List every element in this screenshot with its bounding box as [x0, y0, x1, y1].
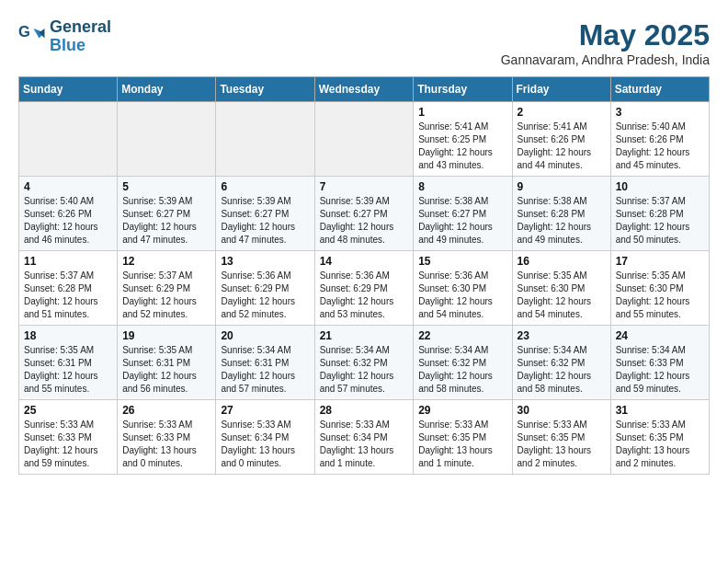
day-number: 10 [616, 180, 704, 193]
day-number: 30 [518, 404, 606, 417]
day-info: Sunrise: 5:37 AMSunset: 6:29 PMDaylight:… [122, 270, 210, 321]
day-cell: 22Sunrise: 5:34 AMSunset: 6:32 PMDayligh… [414, 326, 512, 400]
month-year: May 2025 [501, 18, 710, 52]
day-number: 9 [518, 180, 606, 193]
day-cell: 1Sunrise: 5:41 AMSunset: 6:25 PMDaylight… [414, 102, 512, 177]
day-info: Sunrise: 5:41 AMSunset: 6:26 PMDaylight:… [518, 121, 606, 172]
day-info: Sunrise: 5:40 AMSunset: 6:26 PMDaylight:… [24, 195, 112, 247]
calendar-body: 1Sunrise: 5:41 AMSunset: 6:25 PMDaylight… [19, 102, 710, 475]
day-number: 2 [518, 106, 606, 119]
day-number: 13 [221, 255, 309, 268]
day-info: Sunrise: 5:39 AMSunset: 6:27 PMDaylight:… [221, 195, 309, 247]
day-info: Sunrise: 5:34 AMSunset: 6:32 PMDaylight:… [518, 344, 606, 396]
day-number: 16 [518, 255, 606, 268]
day-cell: 24Sunrise: 5:34 AMSunset: 6:33 PMDayligh… [610, 326, 709, 400]
day-number: 27 [221, 404, 309, 417]
day-info: Sunrise: 5:33 AMSunset: 6:35 PMDaylight:… [616, 419, 704, 470]
header-day-sunday: Sunday [19, 77, 118, 102]
day-cell: 12Sunrise: 5:37 AMSunset: 6:29 PMDayligh… [118, 251, 216, 326]
day-cell: 5Sunrise: 5:39 AMSunset: 6:27 PMDaylight… [118, 177, 216, 251]
day-cell: 3Sunrise: 5:40 AMSunset: 6:26 PMDaylight… [610, 102, 709, 177]
day-cell: 23Sunrise: 5:34 AMSunset: 6:32 PMDayligh… [512, 326, 610, 400]
day-cell: 17Sunrise: 5:35 AMSunset: 6:30 PMDayligh… [610, 251, 709, 326]
day-info: Sunrise: 5:34 AMSunset: 6:32 PMDaylight:… [418, 344, 506, 396]
logo-icon: G [18, 23, 46, 51]
day-number: 28 [320, 404, 409, 417]
day-cell: 25Sunrise: 5:33 AMSunset: 6:33 PMDayligh… [19, 400, 118, 475]
day-cell: 7Sunrise: 5:39 AMSunset: 6:27 PMDaylight… [314, 177, 414, 251]
day-cell [19, 102, 118, 177]
day-info: Sunrise: 5:35 AMSunset: 6:31 PMDaylight:… [122, 344, 210, 396]
day-cell: 15Sunrise: 5:36 AMSunset: 6:30 PMDayligh… [414, 251, 512, 326]
day-cell: 21Sunrise: 5:34 AMSunset: 6:32 PMDayligh… [314, 326, 414, 400]
day-number: 26 [122, 404, 210, 417]
logo-line1: General [50, 18, 111, 37]
day-info: Sunrise: 5:35 AMSunset: 6:30 PMDaylight:… [616, 270, 704, 321]
day-info: Sunrise: 5:36 AMSunset: 6:29 PMDaylight:… [221, 270, 309, 321]
day-number: 31 [616, 404, 704, 417]
day-cell: 16Sunrise: 5:35 AMSunset: 6:30 PMDayligh… [512, 251, 610, 326]
day-cell: 30Sunrise: 5:33 AMSunset: 6:35 PMDayligh… [512, 400, 610, 475]
day-info: Sunrise: 5:37 AMSunset: 6:28 PMDaylight:… [616, 195, 704, 247]
day-info: Sunrise: 5:36 AMSunset: 6:29 PMDaylight:… [320, 270, 409, 321]
day-number: 1 [418, 106, 506, 119]
header-day-thursday: Thursday [414, 77, 512, 102]
day-number: 22 [418, 329, 506, 342]
header-day-friday: Friday [512, 77, 610, 102]
day-number: 11 [24, 255, 112, 268]
day-cell: 28Sunrise: 5:33 AMSunset: 6:34 PMDayligh… [314, 400, 414, 475]
day-cell: 8Sunrise: 5:38 AMSunset: 6:27 PMDaylight… [414, 177, 512, 251]
day-number: 4 [24, 180, 112, 193]
day-cell: 6Sunrise: 5:39 AMSunset: 6:27 PMDaylight… [216, 177, 314, 251]
day-info: Sunrise: 5:34 AMSunset: 6:33 PMDaylight:… [616, 344, 704, 396]
day-cell: 20Sunrise: 5:34 AMSunset: 6:31 PMDayligh… [216, 326, 314, 400]
day-info: Sunrise: 5:34 AMSunset: 6:31 PMDaylight:… [221, 344, 309, 396]
day-cell: 2Sunrise: 5:41 AMSunset: 6:26 PMDaylight… [512, 102, 610, 177]
day-cell: 26Sunrise: 5:33 AMSunset: 6:33 PMDayligh… [118, 400, 216, 475]
day-number: 29 [418, 404, 506, 417]
day-info: Sunrise: 5:39 AMSunset: 6:27 PMDaylight:… [122, 195, 210, 247]
calendar-header: SundayMondayTuesdayWednesdayThursdayFrid… [19, 77, 710, 102]
week-row-2: 4Sunrise: 5:40 AMSunset: 6:26 PMDaylight… [19, 177, 710, 251]
day-number: 12 [122, 255, 210, 268]
day-info: Sunrise: 5:35 AMSunset: 6:30 PMDaylight:… [518, 270, 606, 321]
header-day-wednesday: Wednesday [314, 77, 414, 102]
logo: G General Blue [18, 18, 111, 55]
day-info: Sunrise: 5:33 AMSunset: 6:35 PMDaylight:… [518, 419, 606, 470]
day-number: 23 [518, 329, 606, 342]
day-info: Sunrise: 5:37 AMSunset: 6:28 PMDaylight:… [24, 270, 112, 321]
day-cell: 13Sunrise: 5:36 AMSunset: 6:29 PMDayligh… [216, 251, 314, 326]
day-info: Sunrise: 5:39 AMSunset: 6:27 PMDaylight:… [320, 195, 409, 247]
day-cell [216, 102, 314, 177]
day-info: Sunrise: 5:33 AMSunset: 6:34 PMDaylight:… [221, 419, 309, 470]
day-cell [118, 102, 216, 177]
day-number: 5 [122, 180, 210, 193]
day-cell: 29Sunrise: 5:33 AMSunset: 6:35 PMDayligh… [414, 400, 512, 475]
location: Gannavaram, Andhra Pradesh, India [501, 52, 710, 67]
day-cell: 19Sunrise: 5:35 AMSunset: 6:31 PMDayligh… [118, 326, 216, 400]
day-cell: 14Sunrise: 5:36 AMSunset: 6:29 PMDayligh… [314, 251, 414, 326]
day-number: 6 [221, 180, 309, 193]
day-number: 3 [616, 106, 704, 119]
day-cell: 4Sunrise: 5:40 AMSunset: 6:26 PMDaylight… [19, 177, 118, 251]
day-cell: 9Sunrise: 5:38 AMSunset: 6:28 PMDaylight… [512, 177, 610, 251]
day-info: Sunrise: 5:33 AMSunset: 6:34 PMDaylight:… [320, 419, 409, 470]
week-row-5: 25Sunrise: 5:33 AMSunset: 6:33 PMDayligh… [19, 400, 710, 475]
calendar-table: SundayMondayTuesdayWednesdayThursdayFrid… [18, 76, 710, 475]
page-header: G General Blue May 2025 Gannavaram, Andh… [18, 18, 710, 67]
day-number: 24 [616, 329, 704, 342]
day-number: 25 [24, 404, 112, 417]
day-number: 15 [418, 255, 506, 268]
day-info: Sunrise: 5:41 AMSunset: 6:25 PMDaylight:… [418, 121, 506, 172]
day-cell: 10Sunrise: 5:37 AMSunset: 6:28 PMDayligh… [610, 177, 709, 251]
day-cell: 31Sunrise: 5:33 AMSunset: 6:35 PMDayligh… [610, 400, 709, 475]
day-info: Sunrise: 5:34 AMSunset: 6:32 PMDaylight:… [320, 344, 409, 396]
svg-text:G: G [18, 23, 30, 40]
day-info: Sunrise: 5:33 AMSunset: 6:35 PMDaylight:… [418, 419, 506, 470]
day-info: Sunrise: 5:33 AMSunset: 6:33 PMDaylight:… [122, 419, 210, 470]
week-row-3: 11Sunrise: 5:37 AMSunset: 6:28 PMDayligh… [19, 251, 710, 326]
header-day-saturday: Saturday [610, 77, 709, 102]
day-number: 18 [24, 329, 112, 342]
day-info: Sunrise: 5:40 AMSunset: 6:26 PMDaylight:… [616, 121, 704, 172]
day-cell: 11Sunrise: 5:37 AMSunset: 6:28 PMDayligh… [19, 251, 118, 326]
